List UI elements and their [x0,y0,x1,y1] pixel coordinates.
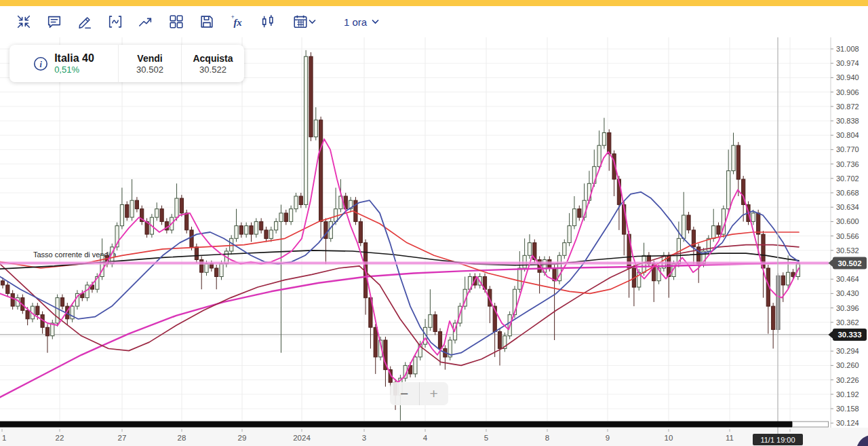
y-axis-label: 30.124 [836,419,859,427]
layout-grid-icon [168,14,184,30]
x-axis-label: 29 [238,434,247,442]
candle-body [314,120,317,137]
info-icon[interactable]: i [33,56,48,71]
zoom-in-button[interactable]: + [420,382,449,405]
x-axis-label: 1 [2,434,6,442]
x-axis-label: 22 [56,434,64,442]
candle-body [757,213,760,234]
chart-toolbar: + fx 1 ora [0,6,868,37]
candle-body [732,145,735,170]
y-axis-label: 30.396 [836,304,859,312]
ma-blue [0,192,799,355]
save-button[interactable] [191,9,222,35]
candle-body [359,221,362,242]
candle-body [220,264,223,277]
y-axis-label: 30.430 [836,289,859,297]
candle-body [60,298,64,307]
candle-body [269,230,273,239]
trend-tool-button[interactable] [130,9,161,35]
x-axis-label: 27 [118,434,127,442]
candle-body [235,226,238,239]
y-axis-label: 30.260 [836,361,859,369]
candle-body [572,209,576,226]
chevron-down-icon [309,19,316,24]
candle-body [294,196,298,209]
trend-line-icon [138,14,154,30]
candle-body [160,209,163,222]
candle-body [751,213,755,222]
candle-body [26,310,29,319]
timeframe-selector[interactable]: 1 ora [340,16,383,29]
x-scrollbar-filled[interactable] [0,422,792,428]
x-axis-label: 28 [178,434,186,442]
candle-body [185,213,189,230]
x-axis-label: 2024 [293,434,311,442]
candle-body [279,213,283,222]
y-axis-label: 30.804 [836,131,859,139]
candle-body [205,264,208,273]
sell-value: 30.502 [136,64,163,75]
candle-body [1,281,4,285]
layout-button[interactable] [161,9,191,35]
functions-button[interactable]: + fx [222,9,252,35]
y-axis-label: 30.532 [836,246,859,255]
comment-icon [46,14,62,30]
candle-body [254,221,258,234]
buy-quote-button[interactable]: Acquista 30.522 [182,45,244,82]
y-axis-label: 30.566 [836,232,859,240]
candle-body [195,247,198,260]
candle-body [230,238,233,251]
zoom-out-button[interactable]: − [390,382,420,405]
indicators-button[interactable] [100,9,130,35]
draw-button[interactable] [69,9,100,35]
calendar-button[interactable] [283,9,325,35]
x-scrollbar-empty[interactable] [793,422,829,427]
candle-body [6,285,9,294]
candle-body [180,198,183,213]
candle-body [429,315,432,328]
candle-body [45,327,49,336]
y-axis-label: 30.192 [836,390,859,398]
chart-type-candles-icon [260,14,276,30]
candle-body [155,209,159,218]
candle-body [260,221,263,230]
x-axis-label: 8 [545,434,549,442]
y-axis-label: 30.838 [836,117,859,125]
y-axis-label: 30.974 [836,59,859,67]
chart-type-button[interactable] [252,9,283,35]
candle-body [414,357,417,374]
sell-quote-button[interactable]: Vendi 30.502 [119,45,182,82]
sell-label: Vendi [137,52,162,64]
y-axis-label: 30.294 [836,347,859,355]
candle-body [56,298,59,323]
candle-body [602,133,606,146]
candle-body [528,243,531,256]
candle-body [120,205,123,226]
candle-body [275,221,278,230]
collapse-button[interactable] [8,9,39,35]
candle-body [374,327,377,357]
candle-body [608,133,611,154]
y-axis-label: 30.600 [836,217,859,225]
candle-body [290,209,293,222]
x-axis-label: 3 [362,434,366,442]
candle-body [264,230,268,239]
candle-body [433,315,437,332]
y-axis-label: 30.226 [836,376,859,384]
collapse-icon [16,14,32,30]
instrument-change: 0,51% [54,64,94,75]
save-icon [199,14,215,30]
instrument-card[interactable]: i Italia 40 0,51% Vendi 30.502 Acquista … [9,45,244,82]
candle-body [727,171,730,209]
candle-body [563,243,566,256]
candle-body [304,56,308,204]
candle-body [250,226,253,235]
candle-body [438,332,441,349]
candle-body [787,272,790,285]
ma-long-magenta [0,263,799,397]
y-axis-label: 30.668 [836,189,859,197]
candle-body [175,198,178,217]
candle-body [578,209,581,218]
candle-body [781,276,785,285]
comment-button[interactable] [39,9,69,35]
